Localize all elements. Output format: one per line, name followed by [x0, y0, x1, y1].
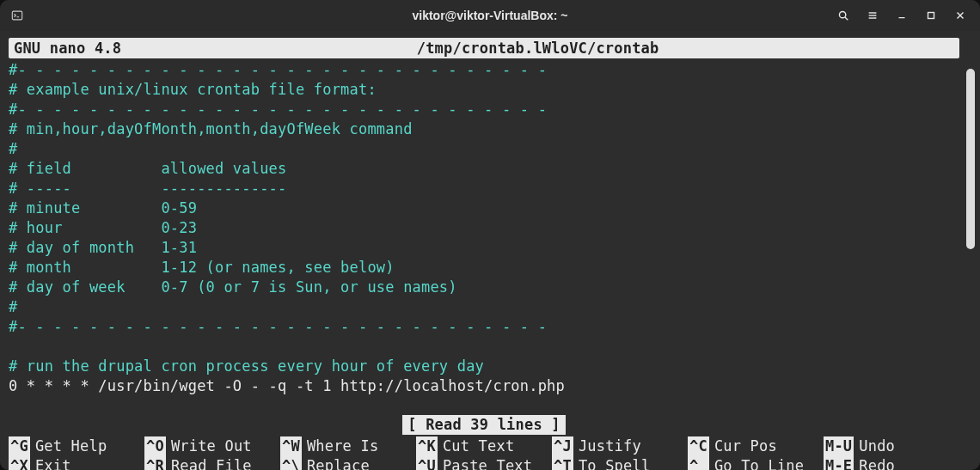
shortcut: ^KCut Text [416, 436, 552, 456]
shortcut: M-ERedo [824, 456, 959, 470]
shortcut: ^XExit [9, 456, 144, 470]
editor-line: #- - - - - - - - - - - - - - - - - - - -… [9, 100, 959, 119]
shortcut-label: Cut Text [438, 436, 514, 456]
nano-titlebar: GNU nano 4.8 /tmp/crontab.lWloVC/crontab [9, 38, 959, 58]
editor-line: # ----- -------------- [9, 179, 959, 198]
shortcut-label: Replace [302, 456, 370, 470]
editor-line: #- - - - - - - - - - - - - - - - - - - -… [9, 317, 959, 337]
shortcut-label: Redo [854, 456, 895, 470]
shortcut-key: ^U [416, 456, 438, 470]
editor-line: # example unix/linux crontab file format… [9, 80, 959, 100]
editor-line [9, 337, 959, 357]
nano-shortcuts: ^GGet Help^OWrite Out^WWhere Is^KCut Tex… [9, 436, 959, 470]
shortcut-label: Cur Pos [709, 436, 777, 456]
shortcut: ^UPaste Text [416, 456, 552, 470]
maximize-icon [925, 9, 937, 21]
titlebar: viktor@viktor-VirtualBox: ~ [0, 0, 980, 31]
shortcut: ^CCur Pos [688, 436, 824, 456]
shortcut: ^GGet Help [9, 436, 144, 456]
editor-line: # field allowed values [9, 159, 959, 179]
minimize-icon [896, 9, 908, 21]
shortcut: ^_Go To Line [688, 456, 824, 470]
shortcut: ^OWrite Out [144, 436, 280, 456]
shortcut-label: Exit [30, 456, 71, 470]
shortcut: ^RRead File [144, 456, 280, 470]
editor-line: # run the drupal cron process every hour… [9, 357, 959, 376]
maximize-button[interactable] [918, 3, 944, 28]
search-icon [837, 9, 849, 21]
shortcut-key: ^O [144, 436, 166, 456]
shortcut-label: Read File [166, 456, 252, 470]
editor-line: 0 * * * * /usr/bin/wget -O - -q -t 1 htt… [9, 376, 959, 396]
editor-line: # month 1-12 (or names, see below) [9, 258, 959, 278]
shortcut: M-UUndo [824, 436, 959, 456]
nano-version: GNU nano 4.8 [14, 38, 121, 58]
shortcut-key: ^G [9, 436, 30, 456]
close-icon [954, 9, 966, 21]
close-button[interactable] [947, 3, 973, 28]
editor-line: # min,hour,dayOfMonth,month,dayOfWeek co… [9, 119, 959, 139]
shortcut-key: ^R [144, 456, 166, 470]
shortcut-label: Go To Line [709, 456, 804, 470]
minimize-button[interactable] [889, 3, 915, 28]
shortcut-key: ^W [280, 436, 302, 456]
shortcut-key: ^T [552, 456, 573, 470]
terminal-icon [11, 9, 23, 21]
editor-line: # [9, 297, 959, 317]
svg-point-1 [839, 11, 845, 17]
shortcut-key: ^\ [280, 456, 302, 470]
menu-button[interactable] [860, 3, 885, 28]
terminal-window: viktor@viktor-VirtualBox: ~ GNU nano 4.8 [0, 0, 980, 470]
nano-filename: /tmp/crontab.lWloVC/crontab [121, 38, 954, 58]
editor-line: #- - - - - - - - - - - - - - - - - - - -… [9, 60, 959, 80]
scrollbar-thumb[interactable] [966, 69, 975, 249]
terminal-body[interactable]: GNU nano 4.8 /tmp/crontab.lWloVC/crontab… [0, 31, 980, 470]
editor-line: # day of week 0-7 (0 or 7 is Sun, or use… [9, 278, 959, 297]
svg-rect-7 [928, 13, 934, 19]
shortcut-key: M-E [824, 456, 854, 470]
shortcut-key: ^C [688, 436, 709, 456]
editor-line: # hour 0-23 [9, 218, 959, 238]
nano-status: [ Read 39 lines ] [402, 415, 565, 435]
shortcut-label: Undo [854, 436, 895, 456]
shortcut-label: To Spell [573, 456, 650, 470]
shortcut-label: Write Out [166, 436, 252, 456]
shortcut-label: Paste Text [438, 456, 532, 470]
shortcut-key: ^X [9, 456, 30, 470]
editor-line: # day of month 1-31 [9, 238, 959, 258]
shortcut-label: Justify [573, 436, 641, 456]
shortcut: ^TTo Spell [552, 456, 688, 470]
new-tab-button[interactable] [4, 3, 30, 28]
editor-line: # [9, 139, 959, 159]
svg-rect-0 [12, 11, 21, 20]
search-button[interactable] [830, 3, 856, 28]
shortcut-key: ^J [552, 436, 573, 456]
editor-line: # minute 0-59 [9, 198, 959, 218]
shortcut-key: ^_ [688, 456, 709, 470]
shortcut-key: M-U [824, 436, 854, 456]
svg-line-2 [845, 17, 848, 20]
editor-content[interactable]: #- - - - - - - - - - - - - - - - - - - -… [9, 58, 959, 396]
shortcut: ^WWhere Is [280, 436, 416, 456]
scrollbar[interactable] [966, 69, 975, 463]
shortcut: ^JJustify [552, 436, 688, 456]
shortcut-label: Where Is [302, 436, 378, 456]
hamburger-icon [867, 9, 879, 21]
shortcut-key: ^K [416, 436, 438, 456]
shortcut-label: Get Help [30, 436, 107, 456]
shortcut: ^\Replace [280, 456, 416, 470]
